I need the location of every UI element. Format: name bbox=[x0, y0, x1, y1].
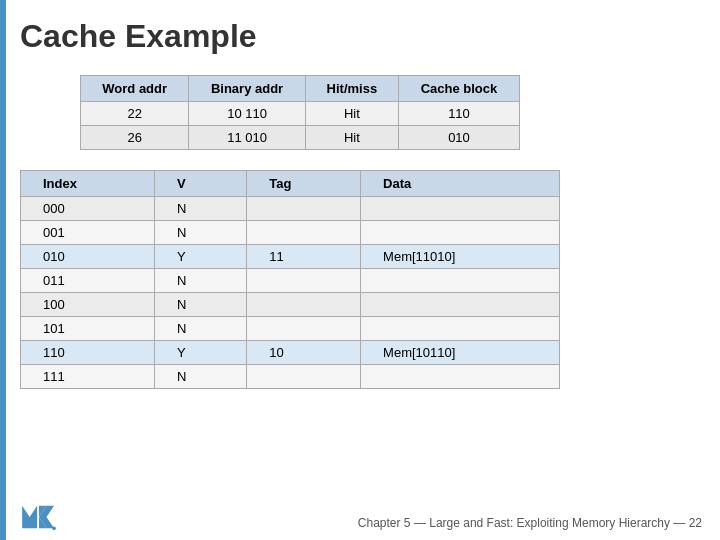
bottom-cell-7-0: 111 bbox=[21, 365, 155, 389]
top-table-header-2: Hit/miss bbox=[305, 76, 398, 102]
bottom-cell-2-2: 11 bbox=[247, 245, 361, 269]
top-cell-0-3: 110 bbox=[398, 102, 519, 126]
table-row: 010Y11Mem[11010] bbox=[21, 245, 560, 269]
bottom-cell-0-1: N bbox=[154, 197, 246, 221]
bottom-cell-7-1: N bbox=[154, 365, 246, 389]
svg-marker-0 bbox=[22, 506, 37, 529]
top-cell-1-0: 26 bbox=[81, 126, 189, 150]
bottom-cell-0-3 bbox=[361, 197, 560, 221]
bottom-cell-3-0: 011 bbox=[21, 269, 155, 293]
bottom-cell-0-2 bbox=[247, 197, 361, 221]
bottom-cell-4-2 bbox=[247, 293, 361, 317]
bottom-table-header-3: Data bbox=[361, 171, 560, 197]
top-table-header-3: Cache block bbox=[398, 76, 519, 102]
table-row: 101N bbox=[21, 317, 560, 341]
top-cell-0-2: Hit bbox=[305, 102, 398, 126]
top-cell-1-3: 010 bbox=[398, 126, 519, 150]
bottom-cell-4-3 bbox=[361, 293, 560, 317]
table-row: 2210 110Hit110 bbox=[81, 102, 520, 126]
bottom-cell-6-3: Mem[10110] bbox=[361, 341, 560, 365]
top-cell-1-1: 11 010 bbox=[189, 126, 305, 150]
bottom-cell-3-3 bbox=[361, 269, 560, 293]
left-accent-bar bbox=[0, 0, 6, 540]
table-row: 001N bbox=[21, 221, 560, 245]
bottom-table: IndexVTagData 000N001N010Y11Mem[11010]01… bbox=[20, 170, 560, 389]
top-cell-1-2: Hit bbox=[305, 126, 398, 150]
bottom-table-header-row: IndexVTagData bbox=[21, 171, 560, 197]
table-row: 110Y10Mem[10110] bbox=[21, 341, 560, 365]
page-title: Cache Example bbox=[20, 18, 702, 55]
bottom-cell-5-1: N bbox=[154, 317, 246, 341]
mk-logo-icon bbox=[20, 502, 58, 532]
table-row: 011N bbox=[21, 269, 560, 293]
bottom-cell-6-1: Y bbox=[154, 341, 246, 365]
mk-logo bbox=[20, 502, 58, 532]
footer-text: Chapter 5 — Large and Fast: Exploiting M… bbox=[358, 516, 702, 530]
bottom-table-header-0: Index bbox=[21, 171, 155, 197]
table-row: 2611 010Hit010 bbox=[81, 126, 520, 150]
bottom-cell-2-1: Y bbox=[154, 245, 246, 269]
bottom-cell-5-3 bbox=[361, 317, 560, 341]
bottom-table-header-1: V bbox=[154, 171, 246, 197]
table-row: 111N bbox=[21, 365, 560, 389]
bottom-cell-3-2 bbox=[247, 269, 361, 293]
top-table-header-1: Binary addr bbox=[189, 76, 305, 102]
top-cell-0-1: 10 110 bbox=[189, 102, 305, 126]
bottom-cell-6-0: 110 bbox=[21, 341, 155, 365]
bottom-cell-2-3: Mem[11010] bbox=[361, 245, 560, 269]
bottom-cell-3-1: N bbox=[154, 269, 246, 293]
bottom-table-header-2: Tag bbox=[247, 171, 361, 197]
bottom-cell-4-0: 100 bbox=[21, 293, 155, 317]
bottom-cell-5-0: 101 bbox=[21, 317, 155, 341]
bottom-cell-4-1: N bbox=[154, 293, 246, 317]
main-content: Cache Example Word addrBinary addrHit/mi… bbox=[20, 18, 702, 522]
bottom-cell-1-2 bbox=[247, 221, 361, 245]
top-cell-0-0: 22 bbox=[81, 102, 189, 126]
svg-point-3 bbox=[52, 526, 56, 530]
bottom-cell-5-2 bbox=[247, 317, 361, 341]
top-table-header-0: Word addr bbox=[81, 76, 189, 102]
bottom-cell-0-0: 000 bbox=[21, 197, 155, 221]
bottom-cell-1-0: 001 bbox=[21, 221, 155, 245]
bottom-cell-7-2 bbox=[247, 365, 361, 389]
bottom-cell-6-2: 10 bbox=[247, 341, 361, 365]
bottom-cell-7-3 bbox=[361, 365, 560, 389]
bottom-cell-1-1: N bbox=[154, 221, 246, 245]
table-row: 100N bbox=[21, 293, 560, 317]
bottom-cell-2-0: 010 bbox=[21, 245, 155, 269]
table-row: 000N bbox=[21, 197, 560, 221]
top-table-header-row: Word addrBinary addrHit/missCache block bbox=[81, 76, 520, 102]
top-table: Word addrBinary addrHit/missCache block … bbox=[80, 75, 520, 150]
bottom-cell-1-3 bbox=[361, 221, 560, 245]
